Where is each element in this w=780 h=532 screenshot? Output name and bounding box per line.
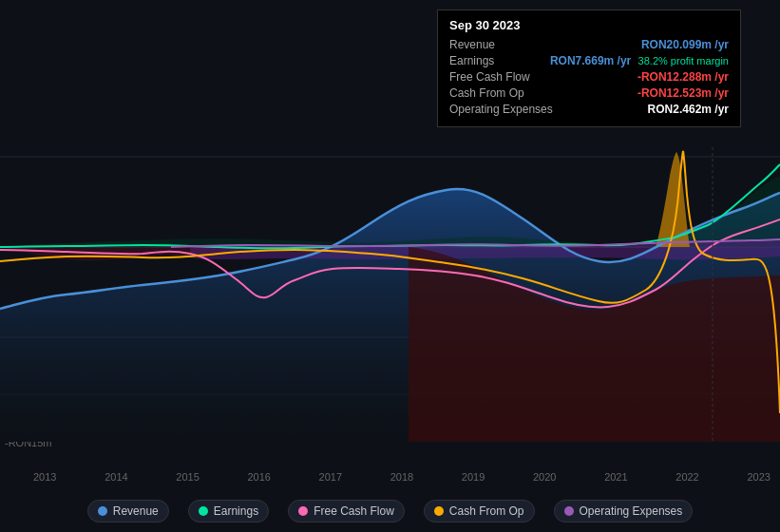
tooltip-value-cashop: -RON12.523m /yr	[637, 86, 729, 100]
x-label-2021: 2021	[604, 471, 627, 483]
x-axis: 2013 2014 2015 2016 2017 2018 2019 2020 …	[0, 471, 780, 483]
x-label-2014: 2014	[105, 471, 127, 483]
tooltip-box: Sep 30 2023 Revenue RON20.099m /yr Earni…	[437, 10, 741, 127]
tooltip-value-earnings: RON7.669m /yr	[550, 54, 631, 67]
legend-item-fcf[interactable]: Free Cash Flow	[288, 500, 405, 522]
tooltip-label-revenue: Revenue	[449, 38, 495, 51]
legend-dot-opex	[564, 506, 574, 516]
tooltip-label-earnings: Earnings	[449, 54, 494, 67]
legend-item-opex[interactable]: Operating Expenses	[554, 500, 694, 522]
tooltip-row-fcf: Free Cash Flow -RON12.288m /yr	[449, 70, 729, 84]
tooltip-row-earnings: Earnings RON7.669m /yr 38.2% profit marg…	[449, 54, 729, 67]
tooltip-value-revenue: RON20.099m /yr	[641, 38, 729, 51]
tooltip-value-opex: RON2.462m /yr	[648, 103, 729, 116]
legend-label-fcf: Free Cash Flow	[314, 504, 394, 518]
legend-label-earnings: Earnings	[214, 504, 258, 518]
tooltip-row-revenue: Revenue RON20.099m /yr	[449, 38, 729, 51]
chart-container: Sep 30 2023 Revenue RON20.099m /yr Earni…	[0, 0, 780, 532]
legend-item-cashop[interactable]: Cash From Op	[424, 500, 535, 522]
legend-label-cashop: Cash From Op	[449, 504, 524, 518]
legend-label-opex: Operating Expenses	[580, 504, 683, 518]
tooltip-label-fcf: Free Cash Flow	[449, 70, 530, 84]
legend-item-earnings[interactable]: Earnings	[188, 500, 269, 522]
x-label-2015: 2015	[176, 471, 199, 483]
legend: Revenue Earnings Free Cash Flow Cash Fro…	[0, 500, 780, 522]
tooltip-label-opex: Operating Expenses	[449, 103, 553, 116]
tooltip-date: Sep 30 2023	[449, 18, 729, 32]
tooltip-sub-earnings: 38.2% profit margin	[638, 55, 729, 66]
x-label-2020: 2020	[533, 471, 556, 483]
tooltip-value-fcf: -RON12.288m /yr	[637, 70, 729, 84]
legend-dot-revenue	[98, 506, 107, 516]
tooltip-row-opex: Operating Expenses RON2.462m /yr	[449, 103, 729, 116]
legend-dot-fcf	[298, 506, 308, 516]
tooltip-row-cashop: Cash From Op -RON12.523m /yr	[449, 86, 729, 100]
x-label-2019: 2019	[462, 471, 485, 483]
tooltip-label-cashop: Cash From Op	[449, 86, 524, 100]
chart-svg	[0, 147, 780, 442]
legend-dot-earnings	[199, 506, 208, 516]
x-label-2016: 2016	[247, 471, 270, 483]
x-label-2023: 2023	[747, 471, 770, 483]
legend-label-revenue: Revenue	[113, 504, 159, 518]
x-label-2018: 2018	[390, 471, 413, 483]
x-label-2013: 2013	[33, 471, 56, 483]
legend-item-revenue[interactable]: Revenue	[87, 500, 169, 522]
x-label-2022: 2022	[675, 471, 698, 483]
tooltip-earnings-group: RON7.669m /yr 38.2% profit margin	[550, 54, 729, 67]
x-label-2017: 2017	[319, 471, 342, 483]
legend-dot-cashop	[434, 506, 444, 516]
